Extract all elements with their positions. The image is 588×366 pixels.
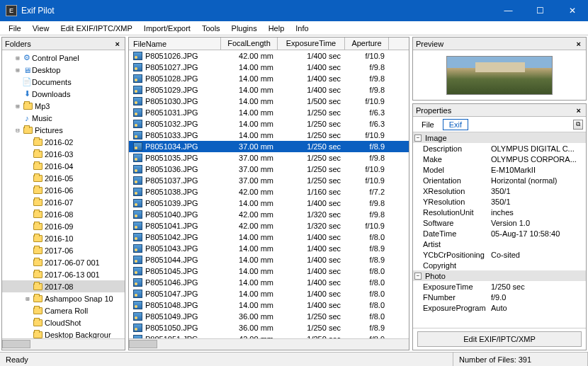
file-row[interactable]: P8051042.JPG14.00 mm1/400 secf/8.0	[129, 231, 409, 243]
file-row[interactable]: P8051048.JPG14.00 mm1/400 secf/8.0	[129, 299, 409, 311]
copy-props-icon[interactable]: ⧉	[573, 120, 583, 130]
prop-row[interactable]: SoftwareVersion 1.0	[413, 217, 586, 228]
tree-item[interactable]: ⊟Pictures	[2, 124, 125, 136]
prop-section[interactable]: −Photo	[413, 270, 586, 281]
edit-exif-button[interactable]: Edit EXIF/IPTC/XMP	[417, 331, 581, 347]
tree-item[interactable]: Desktop Backgrour	[2, 328, 125, 338]
file-row[interactable]: P8051050.JPG36.00 mm1/250 secf/8.9	[129, 322, 409, 333]
file-row[interactable]: P8051044.JPG14.00 mm1/400 secf/8.9	[129, 254, 409, 265]
file-row[interactable]: P8051034.JPG37.00 mm1/250 secf/8.9	[129, 141, 409, 152]
column-header-filename[interactable]: FileName	[129, 38, 221, 50]
tree-item[interactable]: 2017-06-13 001	[2, 268, 125, 280]
menu-import-export[interactable]: Import/Export	[138, 23, 196, 34]
tree-item[interactable]: ♪Music	[2, 112, 125, 124]
maximize-button[interactable]: ☐	[524, 0, 556, 21]
prop-row[interactable]: Artist	[413, 239, 586, 249]
tree-item[interactable]: 2017-06	[2, 244, 125, 256]
close-button[interactable]: ✕	[556, 0, 588, 21]
menu-tools[interactable]: Tools	[196, 23, 226, 34]
file-row[interactable]: P8051051.JPG42.00 mm1/250 secf/8.9	[129, 333, 409, 338]
tree-item[interactable]: ⊞🖥Desktop	[2, 64, 125, 76]
file-row[interactable]: P8051029.JPG14.00 mm1/400 secf/9.8	[129, 84, 409, 96]
tree-item[interactable]: CloudShot	[2, 316, 125, 328]
column-header-aperture[interactable]: Aperture	[345, 38, 389, 50]
file-row[interactable]: P8051027.JPG14.00 mm1/400 secf/9.8	[129, 62, 409, 73]
prop-row[interactable]: MakeOLYMPUS CORPORA...	[413, 154, 586, 164]
prop-row[interactable]: YResolution350/1	[413, 196, 586, 207]
tree-item[interactable]: 2016-09	[2, 220, 125, 232]
file-row[interactable]: P8051038.JPG42.00 mm1/160 secf/7.2	[129, 186, 409, 198]
prop-row[interactable]: OrientationHorizontal (normal)	[413, 175, 586, 185]
prop-row[interactable]: ExposureProgramAuto	[413, 302, 586, 313]
prop-row[interactable]: ExposureTime1/250 sec	[413, 281, 586, 292]
folders-close-icon[interactable]: ×	[113, 40, 122, 48]
collapse-icon[interactable]: −	[414, 135, 422, 142]
file-row[interactable]: P8051049.JPG36.00 mm1/250 secf/8.0	[129, 311, 409, 322]
tree-item[interactable]: 2016-05	[2, 172, 125, 184]
tree-item[interactable]: ⊞Ashampoo Snap 10	[2, 292, 125, 304]
file-row[interactable]: P8051033.JPG14.00 mm1/250 secf/10.9	[129, 130, 409, 141]
prop-row[interactable]: XResolution350/1	[413, 185, 586, 196]
files-hscroll[interactable]	[129, 338, 409, 350]
file-row[interactable]: P8051039.JPG14.00 mm1/400 secf/9.8	[129, 198, 409, 209]
tree-expander-icon[interactable]: ⊞	[13, 103, 22, 110]
tree-item[interactable]: 2016-10	[2, 232, 125, 244]
file-row[interactable]: P8051041.JPG42.00 mm1/320 secf/10.9	[129, 220, 409, 231]
prop-row[interactable]: Copyright	[413, 260, 586, 270]
minimize-button[interactable]: —	[492, 0, 524, 21]
tree-item[interactable]: ⊞⚙Control Panel	[2, 52, 125, 64]
tree-item[interactable]: 2016-04	[2, 160, 125, 172]
file-row[interactable]: P8051031.JPG14.00 mm1/250 secf/6.3	[129, 107, 409, 118]
menu-plugins[interactable]: Plugins	[226, 23, 263, 34]
file-table-header[interactable]: FileNameFocalLengthExposureTimeAperture	[129, 38, 409, 50]
tree-item[interactable]: 2016-03	[2, 148, 125, 160]
tab-exif[interactable]: Exif	[443, 119, 468, 130]
tree-expander-icon[interactable]: ⊟	[13, 127, 22, 134]
prop-row[interactable]: ResolutionUnitinches	[413, 207, 586, 217]
tree-item[interactable]: 2016-08	[2, 208, 125, 220]
tree-expander-icon[interactable]: ⊞	[13, 67, 22, 74]
file-row[interactable]: P8051043.JPG14.00 mm1/400 secf/8.9	[129, 243, 409, 254]
file-row[interactable]: P8051037.JPG37.00 mm1/250 secf/10.9	[129, 175, 409, 186]
tree-item[interactable]: 2016-02	[2, 136, 125, 148]
prop-row[interactable]: DescriptionOLYMPUS DIGITAL C...	[413, 143, 586, 154]
tree-expander-icon[interactable]: ⊞	[13, 55, 22, 62]
menu-info[interactable]: Info	[290, 23, 314, 34]
tree-item[interactable]: ⬇Downloads	[2, 88, 125, 100]
column-header-exposuretime[interactable]: ExposureTime	[278, 38, 345, 50]
prop-row[interactable]: DateTime05-Aug-17 10:58:40	[413, 228, 586, 239]
folders-hscroll[interactable]	[2, 338, 125, 350]
tree-item[interactable]: 2017-06-07 001	[2, 256, 125, 268]
file-row[interactable]: P8051028.JPG14.00 mm1/400 secf/9.8	[129, 73, 409, 84]
prop-section[interactable]: −Image	[413, 132, 586, 143]
file-row[interactable]: P8051047.JPG14.00 mm1/400 secf/8.0	[129, 288, 409, 299]
column-header-focallength[interactable]: FocalLength	[221, 38, 278, 50]
prop-row[interactable]: YCbCrPositioningCo-sited	[413, 249, 586, 260]
prop-row[interactable]: FNumberf/9.0	[413, 292, 586, 302]
file-row[interactable]: P8051046.JPG14.00 mm1/400 secf/8.0	[129, 277, 409, 288]
folder-tree[interactable]: ⊞⚙Control Panel⊞🖥Desktop📄Documents⬇Downl…	[2, 50, 125, 338]
tree-expander-icon[interactable]: ⊞	[23, 295, 32, 302]
tree-item[interactable]: 2016-06	[2, 184, 125, 196]
prop-row[interactable]: ModelE-M10MarkII	[413, 164, 586, 175]
tree-item[interactable]: 2017-08	[2, 280, 125, 292]
collapse-icon[interactable]: −	[414, 273, 422, 280]
menu-edit-exif-iptc-xmp[interactable]: Edit EXIF/IPTC/XMP	[55, 23, 137, 34]
tree-item[interactable]: Camera Roll	[2, 304, 125, 316]
menu-view[interactable]: View	[27, 23, 55, 34]
file-row[interactable]: P8051030.JPG14.00 mm1/500 secf/10.9	[129, 96, 409, 107]
file-row[interactable]: P8051026.JPG42.00 mm1/400 secf/10.9	[129, 50, 409, 62]
file-row[interactable]: P8051032.JPG14.00 mm1/250 secf/6.3	[129, 118, 409, 130]
properties-grid[interactable]: −ImageDescriptionOLYMPUS DIGITAL C...Mak…	[413, 132, 586, 328]
file-row[interactable]: P8051040.JPG42.00 mm1/320 secf/9.8	[129, 209, 409, 220]
tab-file[interactable]: File	[416, 120, 440, 130]
tree-item[interactable]: 2016-07	[2, 196, 125, 208]
menu-help[interactable]: Help	[263, 23, 290, 34]
tree-item[interactable]: 📄Documents	[2, 76, 125, 88]
menu-file[interactable]: File	[3, 23, 27, 34]
file-row[interactable]: P8051045.JPG14.00 mm1/400 secf/8.0	[129, 265, 409, 277]
file-row[interactable]: P8051035.JPG37.00 mm1/250 secf/9.8	[129, 152, 409, 164]
tree-item[interactable]: ⊞Mp3	[2, 100, 125, 112]
properties-close-icon[interactable]: ×	[575, 106, 583, 115]
file-row[interactable]: P8051036.JPG37.00 mm1/250 secf/10.9	[129, 164, 409, 175]
